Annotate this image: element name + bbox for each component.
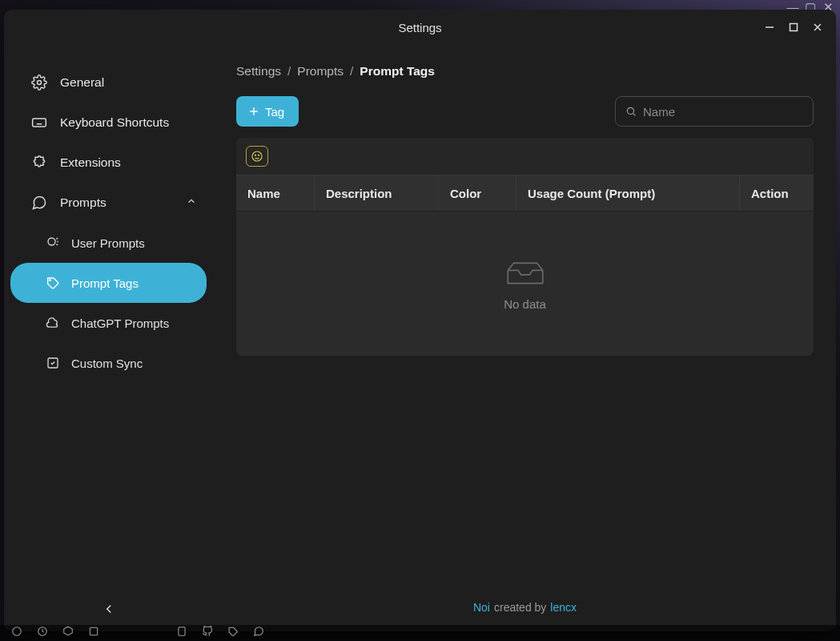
minimize-icon — [764, 22, 775, 33]
taskbar-icon[interactable] — [11, 626, 22, 640]
sidebar-item-label: Custom Sync — [71, 357, 143, 370]
close-button[interactable] — [806, 15, 830, 39]
column-header-color[interactable]: Color — [439, 175, 516, 211]
gear-icon — [31, 75, 47, 91]
breadcrumb: Settings / Prompts / Prompt Tags — [236, 64, 814, 79]
close-icon — [812, 22, 823, 33]
sidebar-item-prompts[interactable]: Prompts — [4, 183, 213, 223]
chat-icon — [31, 195, 47, 211]
sidebar-sub-chatgpt-prompts[interactable]: ChatGPT Prompts — [10, 303, 207, 343]
sidebar-sub-user-prompts[interactable]: User Prompts — [10, 223, 207, 263]
sidebar-item-label: Keyboard Shortcuts — [60, 115, 169, 130]
sidebar-item-label: General — [60, 75, 104, 90]
plus-icon — [247, 105, 260, 118]
footer-by-text: created by — [494, 601, 546, 614]
svg-point-15 — [50, 280, 51, 281]
inbox-icon — [502, 257, 549, 289]
column-header-usage[interactable]: Usage Count (Prompt) — [516, 175, 740, 211]
window-title: Settings — [398, 21, 441, 34]
sidebar-item-extensions[interactable]: Extensions — [4, 143, 213, 183]
svg-line-12 — [57, 238, 58, 240]
tags-table: Name Description Color Usage Count (Prom… — [236, 138, 814, 356]
add-tag-button[interactable]: Tag — [236, 96, 299, 127]
svg-rect-26 — [90, 627, 97, 635]
search-input-wrapper[interactable] — [615, 96, 814, 127]
footer-author-link[interactable]: lencx — [550, 601, 577, 614]
svg-line-20 — [633, 114, 636, 116]
sidebar-item-label: Extensions — [60, 155, 121, 170]
taskbar-icon[interactable] — [253, 626, 264, 640]
search-icon — [625, 106, 637, 117]
breadcrumb-separator: / — [350, 64, 353, 79]
svg-point-22 — [255, 155, 255, 155]
taskbar-icon[interactable] — [202, 626, 213, 640]
column-header-name[interactable]: Name — [236, 175, 315, 211]
taskbar-icon[interactable] — [37, 626, 48, 640]
footer: Noi created by lencx — [236, 595, 814, 622]
search-input[interactable] — [643, 105, 803, 119]
maximize-button[interactable] — [782, 15, 806, 39]
taskbar-icon[interactable] — [176, 626, 187, 640]
sidebar-item-general[interactable]: General — [4, 62, 213, 103]
chevron-up-icon — [186, 196, 197, 210]
sidebar-item-label: User Prompts — [71, 236, 145, 250]
titlebar: Settings — [4, 10, 836, 45]
add-tag-label: Tag — [265, 105, 284, 119]
svg-point-21 — [252, 151, 262, 161]
taskbar-icon[interactable] — [227, 626, 239, 640]
table-header-row: Name Description Color Usage Count (Prom… — [236, 175, 814, 212]
puzzle-icon — [31, 155, 47, 171]
footer-app-link[interactable]: Noi — [473, 601, 490, 614]
chevron-left-icon — [102, 602, 116, 616]
table-toolbar — [236, 138, 814, 175]
sidebar-sub-prompt-tags[interactable]: Prompt Tags — [10, 263, 207, 303]
svg-rect-1 — [790, 24, 798, 31]
svg-point-23 — [258, 155, 259, 155]
os-taskbar — [0, 625, 840, 641]
sidebar-sub-custom-sync[interactable]: Custom Sync — [10, 343, 207, 383]
empty-text: No data — [504, 297, 546, 311]
maximize-icon — [788, 22, 799, 33]
minimize-button[interactable] — [758, 15, 782, 39]
breadcrumb-settings[interactable]: Settings — [236, 64, 281, 79]
cloud-icon — [46, 316, 60, 330]
breadcrumb-prompts[interactable]: Prompts — [297, 64, 344, 79]
svg-point-24 — [13, 627, 22, 636]
sync-icon — [46, 356, 60, 370]
taskbar-icon[interactable] — [62, 626, 74, 640]
svg-line-14 — [57, 244, 58, 246]
svg-rect-27 — [179, 627, 185, 636]
svg-point-19 — [627, 107, 633, 114]
svg-rect-5 — [33, 119, 46, 127]
lightbulb-icon — [46, 236, 60, 250]
breadcrumb-separator: / — [287, 64, 291, 79]
main-content: Settings / Prompts / Prompt Tags Tag — [214, 45, 836, 631]
sidebar-item-label: Prompt Tags — [71, 276, 139, 290]
keyboard-icon — [31, 115, 47, 131]
settings-window: Settings General — [4, 10, 836, 631]
svg-point-11 — [48, 238, 55, 245]
sidebar-item-label: ChatGPT Prompts — [71, 316, 169, 330]
empty-state: No data — [236, 212, 814, 356]
svg-point-4 — [38, 81, 42, 85]
breadcrumb-current: Prompt Tags — [360, 64, 435, 79]
sidebar-item-label: Prompts — [60, 196, 107, 210]
smiley-icon — [251, 150, 263, 163]
emoji-filter-button[interactable] — [246, 146, 268, 167]
taskbar-icon[interactable] — [88, 626, 99, 640]
sidebar-item-shortcuts[interactable]: Keyboard Shortcuts — [4, 103, 213, 143]
column-header-action: Action — [740, 175, 814, 211]
sidebar: General Keyboard Shortcuts Extensions Pr… — [4, 45, 214, 631]
tag-icon — [46, 276, 60, 290]
column-header-description[interactable]: Description — [315, 175, 439, 211]
